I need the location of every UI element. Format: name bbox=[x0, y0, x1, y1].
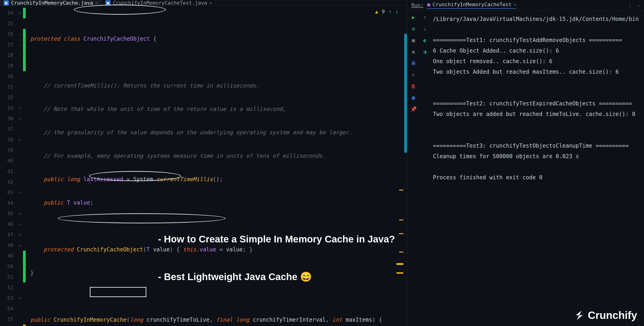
editor-panel: ● CrunchifyInMemoryCache.java × ● Crunch… bbox=[0, 0, 408, 326]
close-icon[interactable]: × bbox=[210, 0, 212, 5]
run-label: Run: bbox=[411, 2, 424, 8]
editor-body: 2425262728293031323336373839404142434445… bbox=[0, 6, 408, 326]
run-toolbar-nav: ↑ ↓ ◐ ◑ bbox=[419, 10, 431, 326]
tab-test-file[interactable]: ● CrunchifyInMemoryCacheTest.java × bbox=[102, 0, 216, 6]
java-file-icon: ● bbox=[106, 0, 110, 5]
modification-gutter bbox=[23, 6, 26, 326]
layout-icon[interactable]: ▦ bbox=[410, 94, 417, 101]
print-icon[interactable]: 🖶 bbox=[410, 60, 417, 67]
minimize-icon[interactable]: — bbox=[637, 2, 640, 8]
export-icon[interactable]: ⇱ bbox=[410, 71, 417, 78]
application-icon: ▣ bbox=[427, 1, 430, 7]
run-header-actions: ⋮ — bbox=[628, 2, 640, 8]
arrow-up-icon[interactable]: ↑ bbox=[388, 9, 392, 14]
logo-icon bbox=[574, 310, 585, 321]
crunchify-logo: Crunchify bbox=[574, 309, 637, 322]
inspection-badge[interactable]: ▲ 9 ↑ ↓ bbox=[375, 9, 398, 14]
pin-icon[interactable]: 📌 bbox=[410, 106, 417, 112]
close-icon[interactable]: × bbox=[514, 2, 516, 7]
minimap bbox=[399, 6, 403, 326]
run-config-tab[interactable]: ▣ CrunchifyInMemoryCacheTest × bbox=[427, 1, 516, 9]
more-icon[interactable]: ⋮ bbox=[628, 2, 633, 8]
java-file-icon: ● bbox=[4, 0, 9, 5]
fold-gutter: ⊖————⊖⊖⊖⊖⊖⊖⊖⊖——⊖— bbox=[16, 6, 23, 326]
console-output[interactable]: /Library/Java/JavaVirtualMachines/jdk-15… bbox=[431, 10, 644, 326]
tab-label: CrunchifyInMemoryCache.java bbox=[11, 0, 93, 6]
close-icon[interactable]: × bbox=[96, 0, 98, 5]
arrow-down-icon[interactable]: ↓ bbox=[395, 9, 398, 14]
run-config-name: CrunchifyInMemoryCacheTest bbox=[432, 1, 512, 7]
run-toolbar-left: ▶ ⚙ ■ ◉ 🖶 ⇱ 🗑 ▦ 📌 bbox=[408, 10, 419, 326]
tab-cache-file[interactable]: ● CrunchifyInMemoryCache.java × bbox=[0, 0, 102, 6]
run-header: Run: ▣ CrunchifyInMemoryCacheTest × ⋮ — bbox=[408, 0, 644, 10]
tab-label: CrunchifyInMemoryCacheTest.java bbox=[113, 0, 207, 6]
warning-icon: ▲ bbox=[375, 9, 378, 14]
run-body: ▶ ⚙ ■ ◉ 🖶 ⇱ 🗑 ▦ 📌 ↑ ↓ ◐ ◑ /Library/Java/… bbox=[408, 10, 644, 326]
run-panel: Run: ▣ CrunchifyInMemoryCacheTest × ⋮ — … bbox=[408, 0, 644, 326]
warning-count: 9 bbox=[382, 9, 385, 14]
code-area[interactable]: ▲ 9 ↑ ↓ protected class CrunchifyCacheOb… bbox=[26, 6, 408, 326]
delete-icon[interactable]: 🗑 bbox=[410, 83, 417, 89]
editor-tabs: ● CrunchifyInMemoryCache.java × ● Crunch… bbox=[0, 0, 408, 6]
line-number-gutter: 2425262728293031323336373839404142434445… bbox=[0, 6, 16, 326]
